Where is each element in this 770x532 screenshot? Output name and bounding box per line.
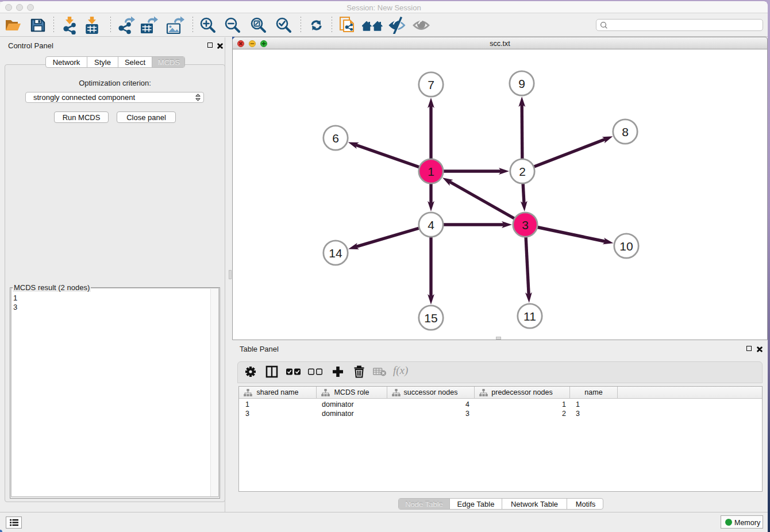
svg-text:3: 3: [522, 218, 529, 232]
svg-text:2: 2: [519, 165, 526, 178]
svg-text:4: 4: [428, 218, 434, 232]
svg-text:6: 6: [332, 132, 339, 145]
svg-text:11: 11: [523, 310, 536, 323]
svg-text:14: 14: [329, 246, 342, 260]
svg-text:15: 15: [424, 311, 437, 325]
svg-text:8: 8: [622, 125, 629, 138]
svg-text:1: 1: [428, 165, 434, 178]
svg-text:9: 9: [518, 77, 525, 90]
svg-text:10: 10: [619, 240, 633, 253]
svg-text:7: 7: [428, 78, 434, 91]
